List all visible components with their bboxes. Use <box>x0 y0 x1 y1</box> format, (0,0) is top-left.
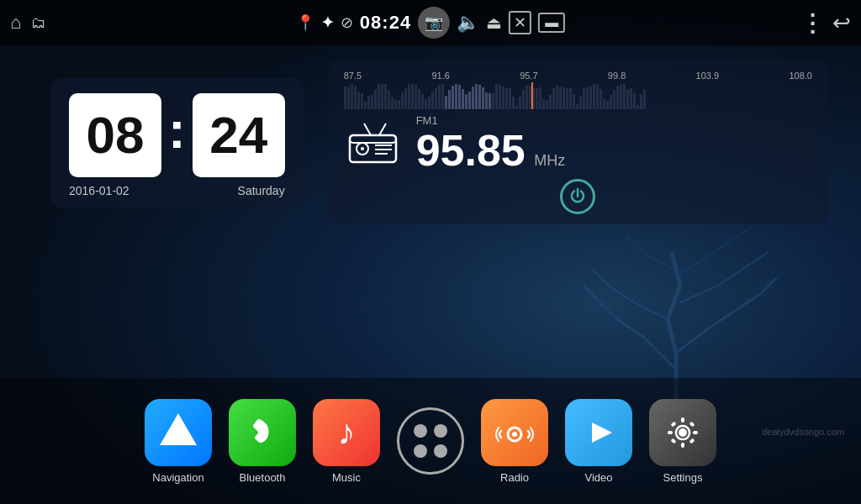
power-icon <box>568 186 588 207</box>
location-icon[interactable]: 📍 <box>296 13 314 32</box>
status-time: 08:24 <box>360 12 411 34</box>
freq-scale: 87.5 91.6 95.7 99.8 103.9 108.0 <box>344 71 812 81</box>
dot-1 <box>414 424 427 438</box>
sim-icon[interactable]: ⊘ <box>341 13 353 32</box>
svg-rect-1 <box>350 135 396 143</box>
app-icon-settings <box>649 399 716 466</box>
clock-info: 2016-01-02 Saturday <box>69 184 285 197</box>
dot-4 <box>434 444 447 458</box>
radio-power-row <box>344 179 812 214</box>
eject-icon[interactable]: ⏏ <box>486 13 502 33</box>
svg-point-12 <box>679 428 687 437</box>
freq-label-1: 87.5 <box>344 71 362 81</box>
freq-label-6: 108.0 <box>789 71 812 81</box>
dot-2 <box>434 424 447 438</box>
freq-label-3: 95.7 <box>520 71 537 81</box>
svg-rect-17 <box>670 421 676 427</box>
status-right: ⋮ ↩ <box>800 9 851 37</box>
radio-freq-row: 95.85 MHz <box>416 129 812 172</box>
svg-rect-13 <box>681 417 684 423</box>
freq-needle <box>531 82 533 109</box>
app-icon-navigation <box>145 399 212 466</box>
app-label-navigation: Navigation <box>152 471 203 484</box>
camera-button[interactable]: 📷 <box>418 7 450 39</box>
radio-power-button[interactable] <box>560 179 595 214</box>
app-label-music: Music <box>332 471 361 484</box>
svg-point-10 <box>512 432 517 437</box>
svg-rect-18 <box>689 438 695 444</box>
gallery-icon[interactable]: 🗂 <box>31 14 46 32</box>
radio-unit: MHz <box>534 152 565 169</box>
radio-widget: 87.5 91.6 95.7 99.8 103.9 108.0 <box>329 60 827 224</box>
svg-rect-15 <box>668 431 673 434</box>
svg-line-8 <box>379 123 386 135</box>
dot-3 <box>414 444 427 458</box>
app-icon-more <box>397 407 464 475</box>
phone-icon <box>244 414 281 451</box>
app-radio[interactable]: Radio <box>477 399 552 484</box>
app-video[interactable]: Video <box>561 399 637 484</box>
play-icon <box>578 414 619 451</box>
music-note-icon: ♪ <box>338 412 356 453</box>
freq-label-2: 91.6 <box>431 71 449 81</box>
svg-rect-16 <box>693 431 698 434</box>
app-icon-bluetooth <box>229 399 296 466</box>
freq-visual <box>344 82 812 109</box>
app-settings[interactable]: Settings <box>645 399 721 484</box>
clock-date: 2016-01-02 <box>69 184 129 197</box>
gear-icon <box>663 413 702 452</box>
app-label-video: Video <box>584 471 612 484</box>
radio-app-icon <box>494 414 535 451</box>
status-center: 📍 ✦ ⊘ 08:24 📷 🔈 ⏏ ✕ ▬ <box>296 7 565 39</box>
more-dots-icon <box>414 424 447 458</box>
volume-icon[interactable]: 🔈 <box>457 12 479 34</box>
radio-icon <box>346 120 400 166</box>
bluetooth-icon[interactable]: ✦ <box>321 13 334 32</box>
status-bar: ⌂ 🗂 📍 ✦ ⊘ 08:24 📷 🔈 ⏏ ✕ ▬ ⋮ ↩ <box>0 0 861 45</box>
watermark: dealydvdsongo.com <box>762 427 844 437</box>
more-icon[interactable]: ⋮ <box>800 9 822 37</box>
radio-frequency: 95.85 <box>416 126 526 175</box>
app-more[interactable] <box>393 407 468 475</box>
svg-marker-11 <box>592 423 612 443</box>
app-icon-music: ♪ <box>313 399 380 466</box>
radio-icon-box <box>344 118 403 169</box>
svg-line-7 <box>364 123 371 135</box>
svg-rect-20 <box>689 421 695 427</box>
clock-hours: 08 <box>69 93 161 177</box>
back-icon[interactable]: ↩ <box>832 10 851 36</box>
app-bluetooth[interactable]: Bluetooth <box>224 399 300 484</box>
app-label-settings: Settings <box>663 471 703 484</box>
app-icon-video <box>565 399 632 466</box>
freq-bars <box>344 82 812 109</box>
app-navigation[interactable]: Navigation <box>140 399 216 484</box>
clock-widget: 08 : 24 2016-01-02 Saturday <box>50 78 304 207</box>
radio-main-row: FM1 95.85 MHz <box>344 114 812 172</box>
clock-separator: : <box>168 100 186 160</box>
freq-label-4: 99.8 <box>608 71 626 81</box>
svg-rect-19 <box>670 438 676 444</box>
clock-digits: 08 : 24 <box>69 93 285 177</box>
radio-freq-display: FM1 95.85 MHz <box>416 114 812 172</box>
clock-minutes: 24 <box>193 93 285 177</box>
apps-row: Navigation Bluetooth ♪ Music <box>0 378 861 504</box>
radio-band: FM1 <box>416 114 812 127</box>
freq-label-5: 103.9 <box>696 71 720 81</box>
svg-rect-14 <box>681 443 684 448</box>
app-music[interactable]: ♪ Music <box>309 399 384 484</box>
camera-icon: 📷 <box>425 13 443 32</box>
radio-freq-bar: 87.5 91.6 95.7 99.8 103.9 108.0 <box>344 71 812 109</box>
close-icon[interactable]: ✕ <box>509 11 531 34</box>
widgets-row: 08 : 24 2016-01-02 Saturday 87.5 91.6 95… <box>0 45 861 233</box>
app-icon-radio <box>481 399 548 466</box>
main-content: 08 : 24 2016-01-02 Saturday 87.5 91.6 95… <box>0 45 861 504</box>
clock-day: Saturday <box>238 184 285 197</box>
app-label-bluetooth: Bluetooth <box>240 471 286 484</box>
svg-point-3 <box>361 147 364 150</box>
expand-icon[interactable]: ▬ <box>538 13 565 33</box>
nav-arrow-icon <box>160 413 197 445</box>
home-icon[interactable]: ⌂ <box>10 12 21 34</box>
app-label-radio: Radio <box>500 471 529 484</box>
